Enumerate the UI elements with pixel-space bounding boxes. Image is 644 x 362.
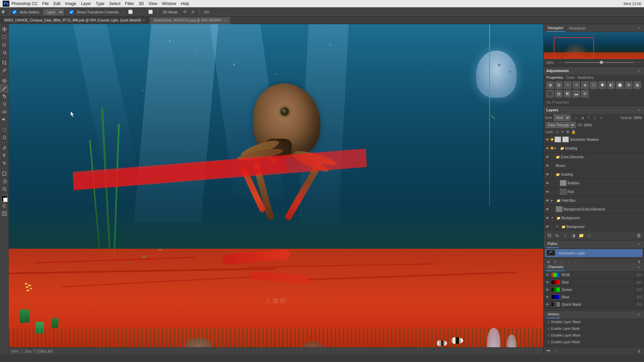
kind-dropdown[interactable]: Kind [554,115,571,121]
menu-select[interactable]: Select [109,1,120,6]
channels-tab[interactable]: Channels [546,263,565,271]
navigator-panel-close[interactable]: ≡ [637,26,641,30]
layer-vis-8[interactable]: 👁 [545,198,550,203]
history-tab[interactable]: History [546,311,560,318]
layer-vis-10[interactable]: 👁 [545,216,550,220]
posterize-icon[interactable]: ▤ [555,90,562,98]
create-snapshot-btn[interactable]: 📷 [546,349,551,354]
orbit-3d-btn[interactable]: ⊙ [190,8,197,16]
bw-icon[interactable]: ◧ [607,81,615,89]
layers-panel-close[interactable]: ≡ [637,108,641,112]
screen-mode[interactable] [1,210,8,217]
filter-pixel-btn[interactable]: ▭ [573,115,579,120]
foreground-color[interactable] [1,196,7,202]
tab-jpeg-close[interactable]: ✕ [224,18,226,22]
new-layer-btn[interactable]: □ [586,232,593,239]
layer-extra-elements[interactable]: 👁 📁 Extra Elements [544,153,644,162]
menu-window[interactable]: Window [162,1,176,6]
align-left-btn[interactable]: ⬜ [126,8,135,16]
menu-edit[interactable]: Edit [53,1,60,6]
history-item-2[interactable]: ⊙ Enable Layer Mask [544,325,644,332]
color-lookup-icon[interactable]: ▦ [634,81,641,89]
blend-mode-select[interactable]: Pass Through Normal Multiply Screen Over… [546,122,576,128]
navigator-preview[interactable] [544,32,644,59]
layer-vis-2[interactable]: 👁 [545,146,550,150]
zoom-in-btn[interactable]: + [636,60,641,65]
adjustments-close[interactable]: ≡ [637,69,641,73]
levels-icon[interactable]: ▥ [555,81,562,89]
zoom-tool[interactable] [1,185,8,193]
path-item-1[interactable]: Volumetric Light [545,249,643,257]
rectangle-select-tool[interactable] [1,33,8,41]
channels-panel-close[interactable]: ≡ [637,265,641,269]
delete-state-btn[interactable]: 🗑 [637,349,642,354]
filter-adj-btn[interactable]: ◑ [580,115,585,120]
layer-field-blur[interactable]: 👁 ▶ 📁 Field Blur [544,196,644,205]
vibrance-icon[interactable]: ◈ [581,81,589,89]
channel-item-quick mask[interactable]: 👁 Quick Mask ⌘6 [544,301,644,308]
dodge-tool[interactable] [1,134,8,141]
gradient-map-icon[interactable]: ▬ [573,90,580,98]
menu-3d[interactable]: 3D [139,1,144,6]
new-adjustment-btn[interactable]: ◑ [570,232,577,239]
layer-vis-5[interactable]: 👁 [545,172,550,177]
opacity-value[interactable]: 100% [633,116,643,120]
brightness-contrast-icon[interactable]: ◑ [546,81,554,89]
channel-item-rgb[interactable]: 👁 RGB ⌘2 [544,272,644,279]
layer-vis-4[interactable]: 👁 [545,163,550,168]
layer-grading-group[interactable]: 👁 ▶ 📁 Grading [544,144,644,153]
navigator-tab[interactable]: Navigator [546,24,565,32]
props-color-tab[interactable]: Color [566,75,575,79]
blur-tool[interactable] [1,126,8,133]
menu-filter[interactable]: Filter [125,1,134,6]
exposure-icon[interactable]: ⊙ [573,81,580,89]
align-right-btn[interactable]: ⬜ [146,8,155,16]
zoom-slider[interactable] [565,62,635,63]
selective-color-icon[interactable]: ⧉ [581,90,589,98]
color-balance-icon[interactable]: ⬢ [599,81,606,89]
history-brush-tool[interactable] [1,100,8,108]
zoom-slider-thumb[interactable] [600,61,603,64]
lock-position-icon[interactable]: ⊕ [566,130,569,134]
history-item-1[interactable]: ⊙ Disable Layer Mask [544,319,644,325]
layer-bg-extra[interactable]: 👁 Background Extra Elements [544,205,644,214]
text-tool[interactable]: T [1,152,8,159]
menu-view[interactable]: View [149,1,157,6]
channel-mixer-icon[interactable]: ⊞ [625,81,632,89]
quick-select-tool[interactable] [1,49,8,56]
channel-vis-4[interactable]: 👁 [546,295,549,299]
add-mask-btn[interactable]: ○ [562,232,569,239]
layer-bubbles[interactable]: 👁 Bubbles [544,179,644,188]
layer-vis-1[interactable]: 👁 [545,137,550,142]
lock-image-icon[interactable]: ✏ [561,130,564,134]
menu-photoshop[interactable]: Photoshop CC [11,1,38,6]
props-properties-tab[interactable]: Properties [546,75,563,79]
props-swatches-tab[interactable]: Swatches [577,75,593,79]
auto-select-checkbox[interactable] [12,10,16,14]
transform-checkbox[interactable] [69,10,73,14]
layer-vis-6[interactable]: 👁 [545,181,550,185]
hue-sat-icon[interactable]: ⬡ [590,81,597,89]
paths-tab[interactable]: Paths [546,240,558,248]
menu-help[interactable]: Help [181,1,189,6]
delete-layer-btn[interactable]: 🗑 [635,232,642,239]
lock-all-icon[interactable]: 🔒 [571,130,576,134]
channel-vis-5[interactable]: 👁 [546,303,549,306]
new-group-btn[interactable]: 📁 [578,232,585,239]
channel-vis-1[interactable]: 👁 [546,273,549,277]
layer-bloom[interactable]: 👁 Bloom [544,162,644,170]
layer-vis-11[interactable]: 👁 [545,224,550,229]
invert-icon[interactable]: ⬛ [546,90,554,98]
rotate-3d-btn[interactable]: ↺ [181,8,188,16]
canvas-area[interactable]: 人素材 50% | Doc: 7.72M/1.8G [9,24,543,355]
quick-mask-mode[interactable] [1,202,8,209]
menu-layer[interactable]: Layer [81,1,91,6]
paths-panel-close[interactable]: ≡ [637,242,641,246]
channel-item-blue[interactable]: 👁 Blue ⌘5 [544,294,644,301]
auto-select-dropdown[interactable]: Layer Group [43,9,64,15]
layer-vis-3[interactable]: 👁 [545,155,550,159]
align-center-btn[interactable]: ⬛ [136,8,145,16]
channel-vis-2[interactable]: 👁 [546,281,549,284]
eyedropper-tool[interactable] [1,67,8,74]
channel-item-red[interactable]: 👁 Red ⌘3 [544,279,644,286]
